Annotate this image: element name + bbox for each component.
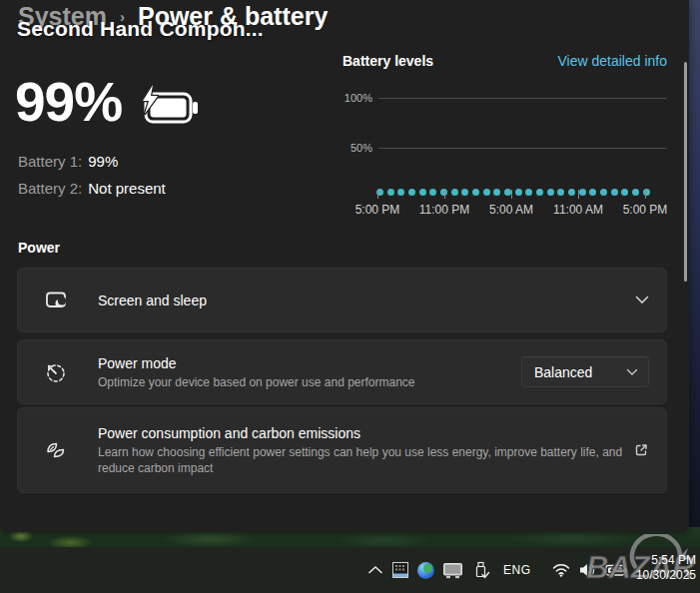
- tray-battery-charging-icon[interactable]: [605, 562, 628, 578]
- vertical-scrollbar[interactable]: [684, 62, 687, 282]
- overlay-listing-title: Second Hand Compon...: [17, 17, 264, 41]
- clock-date: 10/30/2025: [636, 568, 696, 583]
- battery-level-dot: [621, 189, 628, 196]
- battery-level-dot: [408, 189, 415, 196]
- card-title: Screen and sleep: [98, 292, 207, 309]
- tray-chevron-up-icon[interactable]: [367, 565, 383, 575]
- battery-level-dot: [568, 189, 575, 196]
- y-tick-50: 50%: [343, 142, 378, 154]
- power-mode-card: Power mode Optimize your device based on…: [17, 339, 667, 404]
- x-tick: [578, 190, 579, 199]
- battery-1-value: 99%: [88, 153, 118, 170]
- battery-level-dot: [429, 189, 436, 196]
- chevron-down-icon[interactable]: [635, 296, 649, 304]
- taskbar-clock[interactable]: 5:54 PM 10/30/2025: [636, 553, 696, 583]
- gridline-100: 100%: [343, 92, 667, 104]
- battery-level-dot: [589, 189, 596, 196]
- battery-1-row: Battery 1:99%: [18, 153, 118, 170]
- battery-level-dot: [483, 189, 490, 196]
- battery-level-dot: [600, 189, 607, 196]
- power-section-heading: Power: [18, 240, 60, 256]
- clock-time: 5:54 PM: [636, 553, 696, 568]
- battery-level-dot: [643, 189, 650, 196]
- battery-level-dot: [419, 189, 426, 196]
- battery-level-dot: [461, 189, 468, 196]
- settings-window: System›Power & battery Second Hand Compo…: [0, 0, 689, 532]
- x-tick: [645, 190, 646, 199]
- battery-level-dot: [611, 189, 618, 196]
- battery-level-dot: [504, 189, 511, 196]
- battery-level-dot: [515, 189, 522, 196]
- x-label-4: 5:00 PM: [623, 203, 668, 217]
- card-title: Power consumption and carbon emissions: [98, 424, 633, 442]
- x-label-3: 11:00 AM: [553, 203, 603, 217]
- gridline-50: 50%: [343, 142, 667, 154]
- tray-language-indicator[interactable]: ENG: [498, 563, 536, 577]
- battery-2-row: Battery 2:Not present: [18, 180, 166, 197]
- power-mode-dropdown[interactable]: Balanced: [521, 356, 649, 387]
- battery-levels-chart: Battery levels View detailed info 100% 5…: [343, 53, 667, 223]
- battery-level-dot: [632, 189, 639, 196]
- battery-level-dot: [472, 189, 479, 196]
- battery-1-label: Battery 1:: [18, 153, 82, 170]
- x-label-0: 5:00 PM: [355, 203, 400, 217]
- chevron-down-icon: [626, 368, 638, 376]
- screen-and-sleep-card[interactable]: Screen and sleep: [17, 268, 667, 332]
- power-mode-gauge-icon: [44, 360, 68, 384]
- card-title: Power mode: [98, 354, 415, 372]
- screen-moon-icon: [44, 289, 68, 312]
- card-subtitle: Learn how choosing efficient power setti…: [98, 444, 633, 476]
- battery-2-value: Not present: [88, 180, 166, 197]
- tray-wifi-icon[interactable]: [552, 563, 570, 577]
- battery-level-dot: [451, 189, 458, 196]
- card-subtitle: Optimize your device based on power use …: [98, 374, 415, 390]
- taskbar: ENG: [0, 547, 700, 593]
- chart-title: Battery levels: [343, 53, 433, 69]
- battery-charging-icon: [137, 84, 201, 134]
- desktop-screen: System›Power & battery Second Hand Compo…: [0, 0, 700, 593]
- battery-level-dot: [387, 189, 394, 196]
- x-tick: [511, 190, 512, 199]
- y-tick-100: 100%: [343, 92, 378, 104]
- view-detailed-info-link[interactable]: View detailed info: [558, 53, 667, 69]
- battery-level-dot: [525, 189, 532, 196]
- x-tick: [444, 190, 445, 199]
- carbon-emissions-card[interactable]: Power consumption and carbon emissions L…: [17, 407, 667, 493]
- x-label-1: 11:00 PM: [419, 203, 469, 217]
- leaf-icon: [44, 438, 68, 462]
- tray-display-icon[interactable]: [442, 562, 463, 579]
- chart-dots: [376, 189, 650, 196]
- tray-volume-icon[interactable]: [578, 562, 597, 578]
- power-mode-selected: Balanced: [534, 364, 626, 380]
- battery-level-dot: [397, 189, 404, 196]
- battery-level-dot: [557, 189, 564, 196]
- tray-usb-eject-icon[interactable]: [471, 561, 490, 580]
- x-label-2: 5:00 AM: [489, 203, 533, 217]
- system-tray: ENG: [367, 547, 628, 593]
- tray-grid-app-icon[interactable]: [391, 561, 409, 579]
- tray-globe-app-icon[interactable]: [417, 562, 434, 579]
- battery-level-dot: [547, 189, 554, 196]
- battery-2-label: Battery 2:: [18, 180, 82, 197]
- battery-percent-value: 99%: [15, 70, 122, 134]
- battery-level-dot: [493, 189, 500, 196]
- x-tick: [377, 190, 378, 199]
- battery-level-dot: [579, 189, 586, 196]
- external-link-icon[interactable]: [633, 442, 649, 458]
- battery-level-dot: [536, 189, 543, 196]
